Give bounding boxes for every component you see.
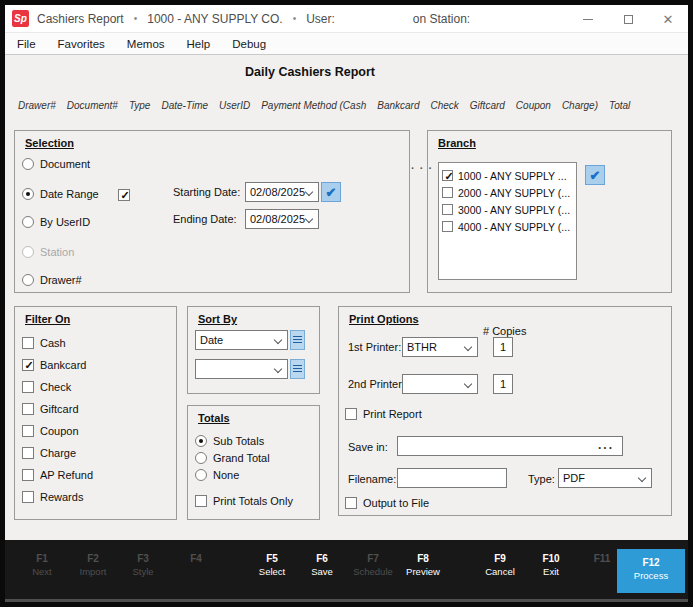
type-combobox[interactable]: PDF — [558, 468, 652, 488]
second-copies-value: 1 — [500, 378, 506, 390]
sort-by-primary-combobox[interactable]: Date — [195, 330, 288, 350]
fn-key-code: F8 — [395, 553, 451, 564]
print-report-label: Print Report — [363, 408, 422, 420]
branch-item-4000[interactable]: 4000 - ANY SUPPLY (... — [442, 218, 573, 235]
filter-giftcard[interactable]: Giftcard — [22, 401, 79, 417]
fn-key-code: F1 — [14, 553, 70, 564]
save-in-field[interactable]: ... — [397, 436, 623, 456]
checkbox-icon — [195, 495, 207, 507]
menu-help[interactable]: Help — [187, 38, 211, 50]
checkbox-checked-icon — [118, 189, 130, 201]
menu-memos[interactable]: Memos — [127, 38, 165, 50]
filter-bankcard[interactable]: Bankcard — [22, 357, 86, 373]
radio-drawer[interactable]: Drawer# — [22, 272, 82, 288]
app-logo-icon: Sp — [12, 10, 29, 27]
checkbox-icon — [22, 469, 34, 481]
radio-none[interactable]: None — [195, 467, 239, 483]
filter-rewards-label: Rewards — [40, 491, 83, 503]
second-printer-combobox[interactable] — [402, 374, 478, 394]
window-title: Cashiers Report • 1000 - ANY SUPPLY CO. … — [37, 12, 470, 26]
maximize-icon — [624, 15, 633, 24]
minimize-icon — [583, 19, 593, 20]
fn-key-f12-process-button[interactable]: F12 Process — [617, 549, 685, 593]
chevron-down-icon — [638, 474, 646, 482]
ending-date-value: 02/08/2025 — [250, 213, 305, 225]
branch-confirm-button[interactable]: ✔ — [585, 165, 605, 185]
print-report-checkbox[interactable]: Print Report — [345, 406, 422, 422]
radio-grand-total[interactable]: Grand Total — [195, 450, 270, 466]
menu-file[interactable]: File — [17, 38, 36, 50]
fn-key-f6-save[interactable]: F6 Save — [294, 553, 350, 577]
radio-by-userid[interactable]: By UserID — [22, 214, 90, 230]
filter-bankcard-label: Bankcard — [40, 359, 86, 371]
chevron-down-icon — [464, 343, 472, 351]
sort-by-primary-list-button[interactable] — [290, 330, 305, 350]
date-range-confirm-checkbox[interactable] — [118, 187, 130, 203]
checkbox-icon — [442, 221, 453, 232]
menu-debug[interactable]: Debug — [232, 38, 266, 50]
radio-document[interactable]: Document — [22, 156, 90, 172]
filename-row: Filename: — [348, 471, 396, 487]
ending-date-label: Ending Date: — [173, 213, 237, 225]
filter-cash[interactable]: Cash — [22, 335, 66, 351]
print-totals-only-checkbox[interactable]: Print Totals Only — [195, 493, 293, 509]
first-printer-combobox[interactable]: BTHR — [402, 337, 478, 357]
chevron-down-icon — [464, 380, 472, 388]
filename-field[interactable] — [397, 468, 507, 488]
filter-on-group-label: Filter On — [25, 313, 70, 325]
filter-rewards[interactable]: Rewards — [22, 489, 83, 505]
ending-date-row: Ending Date: — [173, 211, 237, 227]
radio-document-label: Document — [40, 158, 90, 170]
minimize-button[interactable] — [568, 5, 608, 33]
fn-key-label: Select — [244, 566, 300, 577]
filter-coupon[interactable]: Coupon — [22, 423, 79, 439]
branch-item-1000[interactable]: 1000 - ANY SUPPLY ... — [442, 167, 573, 184]
fn-key-label: Schedule — [345, 566, 401, 577]
output-to-file-checkbox[interactable]: Output to File — [345, 495, 429, 511]
first-copies-value: 1 — [500, 341, 506, 353]
fn-key-f10-exit[interactable]: F10 Exit — [523, 553, 579, 577]
branch-item-3000[interactable]: 3000 - ANY SUPPLY (... — [442, 201, 573, 218]
radio-icon — [195, 469, 207, 481]
branch-item-2000[interactable]: 2000 - ANY SUPPLY (... — [442, 184, 573, 201]
fn-key-label: Process — [617, 570, 685, 581]
radio-icon — [195, 452, 207, 464]
title-separator: • — [293, 13, 297, 24]
first-copies-field[interactable]: 1 — [493, 337, 513, 357]
starting-date-confirm-button[interactable]: ✔ — [321, 182, 341, 202]
ending-date-combobox[interactable]: 02/08/2025 — [245, 209, 319, 229]
maximize-button[interactable] — [608, 5, 648, 33]
filter-ap-refund-label: AP Refund — [40, 469, 93, 481]
chevron-down-icon — [274, 336, 282, 344]
radio-station-label: Station — [40, 246, 74, 258]
fn-key-f5-select[interactable]: F5 Select — [244, 553, 300, 577]
browse-button[interactable]: ... — [598, 438, 614, 452]
totals-group-label: Totals — [198, 412, 230, 424]
radio-grand-total-label: Grand Total — [213, 452, 270, 464]
close-button[interactable]: ✕ — [648, 5, 688, 33]
branch-list[interactable]: 1000 - ANY SUPPLY ... 2000 - ANY SUPPLY … — [438, 162, 577, 280]
filter-check[interactable]: Check — [22, 379, 71, 395]
sort-by-secondary-list-button[interactable] — [290, 359, 305, 379]
filter-charge[interactable]: Charge — [22, 445, 76, 461]
sort-by-secondary-combobox[interactable] — [195, 359, 288, 379]
filter-cash-label: Cash — [40, 337, 66, 349]
chevron-down-icon — [305, 188, 313, 196]
fn-key-label: Import — [65, 566, 121, 577]
fn-key-label: Style — [115, 566, 171, 577]
second-copies-field[interactable]: 1 — [493, 374, 513, 394]
menu-favorites[interactable]: Favorites — [58, 38, 105, 50]
type-label: Type: — [528, 473, 555, 485]
title-separator: • — [134, 13, 138, 24]
fn-key-code: F2 — [65, 553, 121, 564]
starting-date-combobox[interactable]: 02/08/2025 — [245, 182, 319, 202]
title-bar: Sp Cashiers Report • 1000 - ANY SUPPLY C… — [5, 5, 688, 33]
checkbox-icon — [345, 408, 357, 420]
checkbox-icon — [22, 447, 34, 459]
filter-ap-refund[interactable]: AP Refund — [22, 467, 93, 483]
radio-date-range[interactable]: Date Range — [22, 186, 99, 202]
fn-key-f9-cancel[interactable]: F9 Cancel — [472, 553, 528, 577]
radio-sub-totals[interactable]: Sub Totals — [195, 433, 264, 449]
fn-key-f8-preview[interactable]: F8 Preview — [395, 553, 451, 577]
fn-key-code: F10 — [523, 553, 579, 564]
